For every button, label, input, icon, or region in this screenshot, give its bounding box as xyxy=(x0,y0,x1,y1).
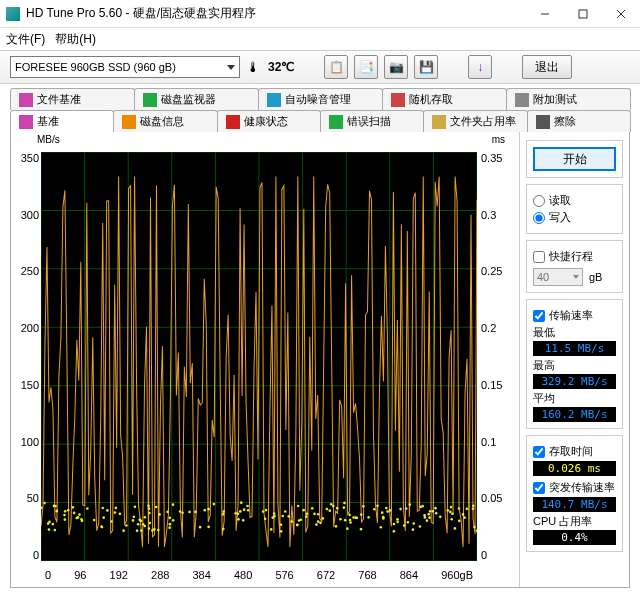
svg-point-78 xyxy=(148,507,151,510)
svg-point-148 xyxy=(328,509,331,512)
svg-point-97 xyxy=(63,514,66,517)
scan-icon xyxy=(329,115,343,129)
copy-screenshot-button[interactable]: 📑 xyxy=(354,55,378,79)
file-bench-icon xyxy=(19,93,33,107)
read-radio[interactable]: 读取 xyxy=(533,193,616,208)
close-button[interactable] xyxy=(602,0,640,28)
svg-point-54 xyxy=(449,511,452,514)
svg-point-28 xyxy=(317,513,320,516)
svg-point-80 xyxy=(319,522,322,525)
svg-point-152 xyxy=(462,513,465,516)
svg-point-81 xyxy=(450,518,453,521)
svg-point-201 xyxy=(138,519,141,522)
svg-point-69 xyxy=(315,523,318,526)
svg-point-169 xyxy=(125,524,128,527)
svg-point-191 xyxy=(424,516,427,519)
drive-name: FORESEE 960GB SSD (960 gB) xyxy=(15,61,176,73)
options-button[interactable]: ↓ xyxy=(468,55,492,79)
drive-select[interactable]: FORESEE 960GB SSD (960 gB) xyxy=(10,56,240,78)
svg-point-68 xyxy=(242,519,245,522)
svg-point-61 xyxy=(213,503,216,506)
svg-point-36 xyxy=(385,507,388,510)
tab-bench[interactable]: 基准 xyxy=(10,110,114,132)
shortstroke-check[interactable]: 快捷行程 xyxy=(533,249,616,264)
svg-point-155 xyxy=(53,505,56,508)
svg-point-129 xyxy=(157,529,160,532)
menu-help[interactable]: 帮助(H) xyxy=(55,31,96,48)
svg-point-144 xyxy=(280,523,283,526)
svg-point-136 xyxy=(194,511,197,514)
tab-info[interactable]: 磁盘信息 xyxy=(113,110,217,132)
tab-erase[interactable]: 擦除 xyxy=(527,110,631,132)
menu-file[interactable]: 文件(F) xyxy=(6,31,45,48)
svg-point-184 xyxy=(356,517,359,520)
tab-monitor[interactable]: 磁盘监视器 xyxy=(134,88,259,110)
svg-point-193 xyxy=(393,523,396,526)
tab-random[interactable]: 随机存取 xyxy=(382,88,507,110)
svg-point-175 xyxy=(305,515,308,518)
svg-point-90 xyxy=(421,505,424,508)
svg-point-86 xyxy=(100,525,103,528)
tab-file-bench[interactable]: 文件基准 xyxy=(10,88,135,110)
minimize-button[interactable] xyxy=(526,0,564,28)
svg-point-141 xyxy=(317,520,320,523)
tab-extra[interactable]: 附加测试 xyxy=(506,88,631,110)
window-title: HD Tune Pro 5.60 - 硬盘/固态硬盘实用程序 xyxy=(26,5,526,22)
svg-point-59 xyxy=(115,507,118,510)
svg-point-106 xyxy=(181,511,184,514)
svg-point-46 xyxy=(158,513,161,516)
svg-point-82 xyxy=(207,526,210,529)
maximize-button[interactable] xyxy=(564,0,602,28)
write-radio[interactable]: 写入 xyxy=(533,210,616,225)
svg-point-164 xyxy=(48,521,51,524)
svg-point-102 xyxy=(222,528,225,531)
svg-point-79 xyxy=(284,510,287,513)
accesstime-check[interactable]: 存取时间 xyxy=(533,444,616,459)
svg-point-47 xyxy=(54,529,57,532)
save-button[interactable]: 💾 xyxy=(414,55,438,79)
svg-point-67 xyxy=(313,513,316,516)
monitor-icon xyxy=(143,93,157,107)
svg-point-139 xyxy=(447,509,450,512)
svg-point-200 xyxy=(382,517,385,520)
svg-point-34 xyxy=(306,512,309,515)
svg-point-174 xyxy=(348,514,351,517)
burst-check[interactable]: 突发传输速率 xyxy=(533,480,616,495)
tab-noise[interactable]: 自动噪音管理 xyxy=(258,88,383,110)
max-label: 最高 xyxy=(533,358,616,373)
svg-point-158 xyxy=(389,509,392,512)
svg-point-101 xyxy=(427,513,430,516)
svg-point-140 xyxy=(56,510,59,513)
svg-point-42 xyxy=(432,510,435,513)
avg-value: 160.2 MB/s xyxy=(533,407,616,422)
svg-point-182 xyxy=(297,505,300,508)
svg-point-185 xyxy=(412,528,415,531)
svg-point-178 xyxy=(64,510,67,513)
svg-point-172 xyxy=(476,530,477,533)
cpu-label: CPU 占用率 xyxy=(533,514,616,529)
svg-point-153 xyxy=(172,503,175,506)
start-button[interactable]: 开始 xyxy=(533,147,616,171)
folder-icon xyxy=(432,115,446,129)
svg-point-99 xyxy=(280,530,283,533)
svg-point-192 xyxy=(439,516,442,519)
svg-point-132 xyxy=(322,517,325,520)
svg-point-71 xyxy=(290,520,293,523)
tab-folder[interactable]: 文件夹占用率 xyxy=(423,110,527,132)
y-axis-right-label: ms xyxy=(492,134,505,145)
tab-health[interactable]: 健康状态 xyxy=(217,110,321,132)
exit-button[interactable]: 退出 xyxy=(522,55,572,79)
svg-point-57 xyxy=(72,506,75,509)
copy-info-button[interactable]: 📋 xyxy=(324,55,348,79)
svg-point-62 xyxy=(405,507,408,510)
svg-point-64 xyxy=(262,510,265,513)
svg-point-32 xyxy=(360,513,363,516)
screenshot-button[interactable]: 📷 xyxy=(384,55,408,79)
svg-point-127 xyxy=(426,519,429,522)
tab-scan[interactable]: 错误扫描 xyxy=(320,110,424,132)
svg-point-162 xyxy=(302,509,305,512)
transferrate-check[interactable]: 传输速率 xyxy=(533,308,616,323)
avg-label: 平均 xyxy=(533,391,616,406)
svg-point-55 xyxy=(234,512,237,515)
svg-point-66 xyxy=(133,516,136,519)
